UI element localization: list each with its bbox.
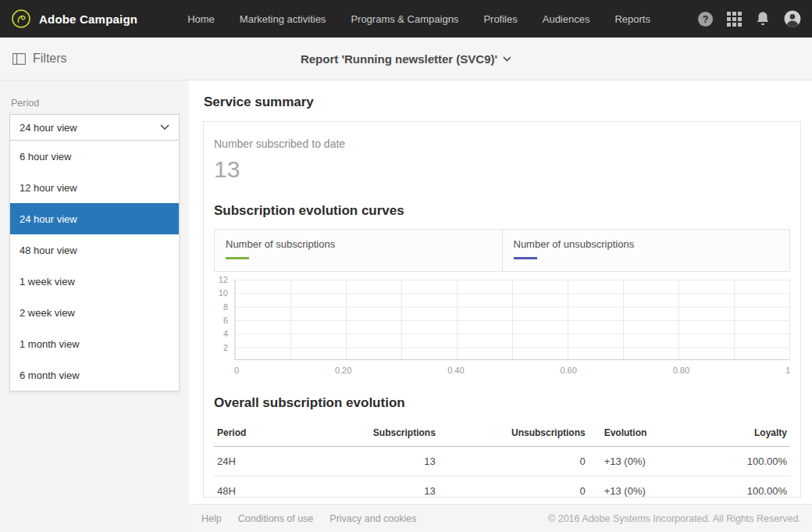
legend-color-bar-unsubscriptions — [514, 257, 537, 259]
option-1-month-view[interactable]: 1 month view — [10, 328, 179, 359]
primary-nav: Home Marketing activities Programs & Cam… — [187, 13, 650, 25]
cell-evolution: +13 (0%) — [589, 447, 686, 477]
option-2-week-view[interactable]: 2 week view — [10, 297, 179, 328]
kpi-value: 13 — [214, 156, 790, 183]
cell-evolution: +13 (0%) — [589, 477, 686, 498]
cell-subscriptions: 13 — [329, 477, 439, 498]
option-12-hour-view[interactable]: 12 hour view — [10, 172, 179, 203]
y-tick: 2 — [223, 343, 228, 352]
y-axis-labels: 12 10 8 6 4 2 — [214, 280, 234, 360]
cell-period: 48H — [214, 477, 329, 498]
section-title-curves: Subscription evolution curves — [214, 203, 790, 219]
cell-unsubscriptions: 0 — [439, 477, 589, 498]
col-header-evolution: Evolution — [589, 421, 686, 447]
nav-profiles[interactable]: Profiles — [483, 13, 517, 25]
cell-period: 24H — [214, 447, 329, 477]
copyright: © 2016 Adobe Systems Incorporated. All R… — [548, 513, 801, 524]
y-tick: 6 — [223, 316, 228, 325]
period-label: Period — [11, 98, 180, 109]
table-row: 24H 13 0 +13 (0%) 100.00% — [214, 447, 790, 477]
topnav-icons: ? — [697, 10, 801, 27]
footer-link-help[interactable]: Help — [201, 513, 222, 524]
brand: Adobe Campaign — [11, 9, 137, 29]
svg-text:?: ? — [703, 14, 709, 25]
adobe-campaign-app: Adobe Campaign Home Marketing activities… — [0, 0, 812, 532]
cell-subscriptions: 13 — [329, 447, 439, 477]
brand-name: Adobe Campaign — [39, 12, 137, 26]
filters-panel-icon — [12, 53, 26, 65]
chart-legend: Number of subscriptions Number of unsubs… — [214, 229, 790, 272]
content-row: Period 24 hour view 6 hour view 12 hour … — [0, 80, 812, 532]
service-summary-card: Number subscribed to date 13 Subscriptio… — [203, 121, 801, 498]
option-24-hour-view[interactable]: 24 hour view — [10, 203, 179, 234]
footer-link-privacy[interactable]: Privacy and cookies — [329, 513, 416, 524]
chevron-down-icon — [160, 124, 169, 130]
nav-marketing-activities[interactable]: Marketing activities — [240, 13, 326, 25]
report-selector[interactable]: Report 'Running newsletter (SVC9)' — [301, 52, 511, 66]
y-tick: 8 — [223, 302, 228, 312]
legend-color-bar-subscriptions — [226, 257, 249, 259]
period-select[interactable]: 24 hour view — [9, 114, 180, 141]
x-tick: 0.40 — [447, 366, 464, 375]
legend-label: Number of unsubscriptions — [514, 238, 779, 250]
col-header-loyalty: Loyalty — [686, 421, 790, 447]
col-header-unsubscriptions: Unsubscriptions — [439, 421, 589, 447]
option-48-hour-view[interactable]: 48 hour view — [10, 234, 179, 266]
col-header-subscriptions: Subscriptions — [329, 421, 439, 447]
cell-loyalty: 100.00% — [686, 477, 790, 498]
legend-subscriptions[interactable]: Number of subscriptions — [215, 230, 502, 271]
period-select-value: 24 hour view — [20, 122, 77, 134]
x-tick: 0.20 — [335, 366, 351, 375]
chart-plot-area — [234, 280, 790, 360]
option-6-month-view[interactable]: 6 month view — [10, 359, 179, 391]
footer-link-conditions[interactable]: Conditions of use — [238, 513, 314, 524]
y-tick: 12 — [219, 275, 228, 284]
filters-sidebar: Period 24 hour view 6 hour view 12 hour … — [0, 80, 189, 532]
nav-audiences[interactable]: Audiences — [543, 13, 590, 25]
filters-label: Filters — [33, 52, 67, 66]
col-header-period: Period — [214, 421, 329, 447]
legend-label: Number of subscriptions — [226, 238, 491, 250]
x-axis-labels: 0 0.20 0.40 0.60 0.80 1 — [234, 366, 790, 375]
filters-button[interactable]: Filters — [12, 52, 67, 66]
nav-reports[interactable]: Reports — [614, 13, 650, 25]
y-tick: 4 — [223, 329, 228, 338]
report-header: Filters Report 'Running newsletter (SVC9… — [0, 37, 812, 80]
x-tick: 1 — [785, 366, 790, 375]
nav-programs-campaigns[interactable]: Programs & Campaigns — [351, 13, 458, 25]
help-icon[interactable]: ? — [697, 11, 714, 27]
report-content: Service summary Number subscribed to dat… — [189, 80, 812, 504]
app-grid-icon[interactable] — [727, 12, 742, 27]
table-header-row: Period Subscriptions Unsubscriptions Evo… — [214, 421, 790, 447]
cell-unsubscriptions: 0 — [439, 447, 589, 477]
user-avatar[interactable] — [784, 10, 801, 27]
x-tick: 0 — [234, 366, 239, 375]
x-tick: 0.60 — [560, 366, 576, 375]
table-row: 48H 13 0 +13 (0%) 100.00% — [214, 477, 790, 498]
subscription-evolution-chart: 12 10 8 6 4 2 0 0.20 0.40 0.60 — [214, 280, 790, 375]
top-nav: Adobe Campaign Home Marketing activities… — [0, 0, 812, 37]
period-options-list: 6 hour view 12 hour view 24 hour view 48… — [9, 141, 180, 391]
option-6-hour-view[interactable]: 6 hour view — [10, 141, 179, 172]
report-selector-label: Report 'Running newsletter (SVC9)' — [301, 52, 497, 66]
notifications-bell-icon[interactable] — [755, 11, 771, 27]
x-tick: 0.80 — [673, 366, 689, 375]
y-tick: 10 — [219, 288, 228, 298]
chevron-down-icon — [503, 56, 511, 62]
overall-subscription-table: Period Subscriptions Unsubscriptions Evo… — [214, 421, 790, 498]
adobe-campaign-logo-icon — [11, 9, 31, 29]
option-1-week-view[interactable]: 1 week view — [10, 266, 179, 297]
main-column: Service summary Number subscribed to dat… — [189, 80, 812, 532]
legend-unsubscriptions[interactable]: Number of unsubscriptions — [502, 230, 790, 271]
cell-loyalty: 100.00% — [686, 447, 790, 477]
footer: Help Conditions of use Privacy and cooki… — [189, 504, 812, 532]
nav-home[interactable]: Home — [187, 13, 215, 25]
section-title-overall: Overall subscription evolution — [214, 395, 790, 411]
kpi-label: Number subscribed to date — [214, 137, 790, 150]
page-title: Service summary — [204, 95, 801, 110]
